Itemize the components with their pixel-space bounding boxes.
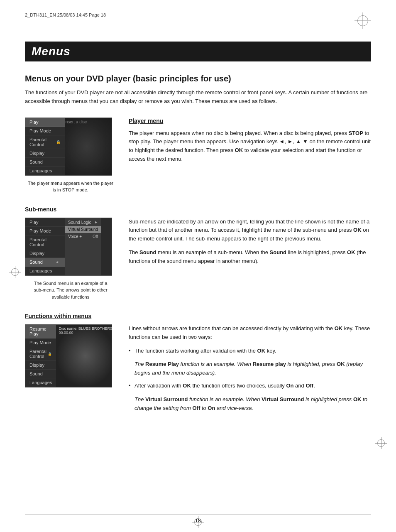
bullet-item-2: After validation with OK the function of… bbox=[129, 382, 371, 390]
sm-sound: Sound ◄ bbox=[25, 258, 65, 267]
sm-play: Play bbox=[25, 218, 65, 227]
player-menu-mockup: Play Play Mode Parental Control 🔒 Displa… bbox=[25, 118, 112, 176]
header-meta: 2_DTH311_EN 25/08/03 14:45 Page 18 bbox=[25, 12, 106, 17]
right-margin-crosshair bbox=[375, 437, 387, 449]
sc-circle-r bbox=[377, 439, 385, 447]
player-menu-section: Play Play Mode Parental Control 🔒 Displa… bbox=[25, 118, 371, 194]
sm-languages: Languages bbox=[25, 267, 65, 275]
submenus-caption: The Sound menu is an example of a sub-me… bbox=[25, 280, 116, 301]
bullet-item-1: The function starts working after valida… bbox=[129, 347, 371, 355]
submenus-right: Sub-menus are indicated by an arrow on t… bbox=[129, 218, 371, 301]
left-margin-crosshair bbox=[9, 266, 21, 278]
functions-bullet-list-2: After validation with OK the function of… bbox=[129, 382, 371, 390]
sm-sub-soundlogic: Sound Logic ► bbox=[65, 219, 101, 226]
submenus-panel: Sound Logic ► Virtual Surround Voice + O… bbox=[65, 218, 101, 275]
italic-note-1: The Resume Play function is an example. … bbox=[129, 360, 371, 378]
functions-right: Lines without arrows are functions that … bbox=[129, 324, 371, 417]
sm-sub-virtualsurround: Virtual Surround bbox=[65, 226, 101, 233]
submenus-two-col: Play Play Mode Parental Control Display … bbox=[25, 218, 371, 301]
disc-name-label: Disc name: BLUES BROTHERS bbox=[59, 326, 112, 331]
sm-sub-voice: Voice + Off bbox=[65, 233, 101, 240]
disc-time-label: 00:00:00 bbox=[59, 331, 112, 335]
player-menu-left: Play Play Mode Parental Control 🔒 Displa… bbox=[25, 118, 116, 194]
italic-note-2: The Virtual Surround function is an exam… bbox=[129, 395, 371, 413]
player-menu-body: The player menu appears when no disc is … bbox=[129, 129, 371, 164]
fm-display: Display bbox=[25, 361, 56, 370]
bottom-crosshair bbox=[192, 516, 204, 528]
fm-sound: Sound bbox=[25, 370, 56, 378]
functions-bullet-list: The function starts working after valida… bbox=[129, 347, 371, 355]
submenus-body2: The Sound menu is an example of a sub-me… bbox=[129, 248, 371, 266]
fm-resumeplay: Resume Play bbox=[25, 325, 56, 338]
sm-parental: Parental Control bbox=[25, 235, 65, 249]
title-banner: Menus bbox=[25, 42, 371, 61]
main-section-heading: Menus on your DVD player (basic principl… bbox=[25, 74, 371, 83]
sm-display: Display bbox=[25, 249, 65, 258]
submenus-items-col: Play Play Mode Parental Control Display … bbox=[25, 218, 65, 275]
page-header: 2_DTH311_EN 25/08/03 14:45 Page 18 bbox=[25, 8, 371, 29]
fm-parental: Parental Control 🔒 bbox=[25, 347, 56, 361]
submenus-heading: Sub-menus bbox=[25, 206, 371, 213]
submenus-body1: Sub-menus are indicated by an arrow on t… bbox=[129, 218, 371, 243]
small-crosshair-left bbox=[9, 266, 21, 278]
menu-item-playmode: Play Mode bbox=[25, 127, 65, 135]
functions-section: Functions within menus Resume Play Play … bbox=[25, 313, 371, 417]
player-menu-heading: Player menu bbox=[129, 118, 371, 124]
player-menu-right: Player menu The player menu appears when… bbox=[129, 118, 371, 194]
menu-item-sound: Sound bbox=[25, 158, 65, 167]
sm-playmode: Play Mode bbox=[25, 227, 65, 235]
functions-disc-area: Disc name: BLUES BROTHERS 00:00:00 bbox=[56, 325, 112, 387]
fm-languages: Languages bbox=[25, 378, 56, 387]
submenus-left: Play Play Mode Parental Control Display … bbox=[25, 218, 116, 301]
player-menu-caption: The player menu appears when the player … bbox=[25, 180, 116, 194]
small-crosshair-bottom bbox=[192, 516, 204, 528]
functions-left: Resume Play Play Mode Parental Control 🔒… bbox=[25, 324, 116, 417]
menu-item-languages: Languages bbox=[25, 167, 65, 175]
sc-circle bbox=[11, 268, 19, 276]
submenus-section: Sub-menus Play Play Mode Parental Contro… bbox=[25, 206, 371, 301]
menu-item-parental: Parental Control 🔒 bbox=[25, 135, 65, 149]
sc-circle-b bbox=[194, 518, 202, 526]
menu-bg-image: Insert a disc bbox=[62, 118, 112, 175]
sm-sound-label: Sound bbox=[29, 260, 43, 265]
menu-item-play: Play bbox=[25, 118, 65, 127]
fm-playmode: Play Mode bbox=[25, 338, 56, 347]
functions-body1: Lines without arrows are functions that … bbox=[129, 324, 371, 342]
player-menu-items-col: Play Play Mode Parental Control 🔒 Displa… bbox=[25, 118, 65, 175]
functions-heading: Functions within menus bbox=[25, 313, 371, 319]
submenus-mockup: Play Play Mode Parental Control Display … bbox=[25, 218, 112, 276]
functions-items-col: Resume Play Play Mode Parental Control 🔒… bbox=[25, 325, 56, 387]
page-title: Menus bbox=[32, 45, 364, 58]
functions-two-col: Resume Play Play Mode Parental Control 🔒… bbox=[25, 324, 371, 417]
crosshair-circle bbox=[357, 15, 368, 26]
page-container: 2_DTH311_EN 25/08/03 14:45 Page 18 Menus… bbox=[0, 0, 396, 532]
sm-arrow-left: ◄ bbox=[55, 260, 59, 264]
section-intro: The functions of your DVD player are not… bbox=[25, 88, 371, 106]
menu-item-display: Display bbox=[25, 149, 65, 158]
functions-mockup: Resume Play Play Mode Parental Control 🔒… bbox=[25, 324, 112, 387]
header-crosshair bbox=[354, 12, 371, 29]
small-crosshair-right bbox=[375, 437, 387, 449]
